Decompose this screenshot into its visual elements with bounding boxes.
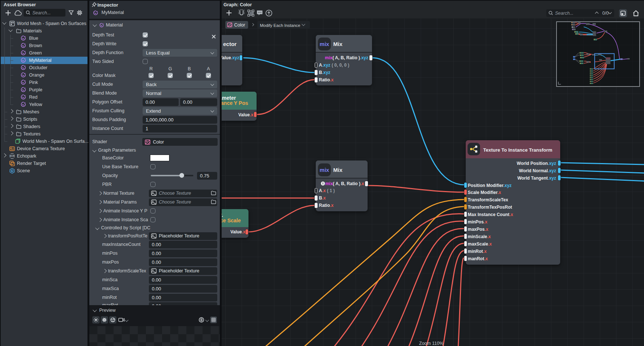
svg-text:HDR: HDR — [10, 155, 15, 157]
